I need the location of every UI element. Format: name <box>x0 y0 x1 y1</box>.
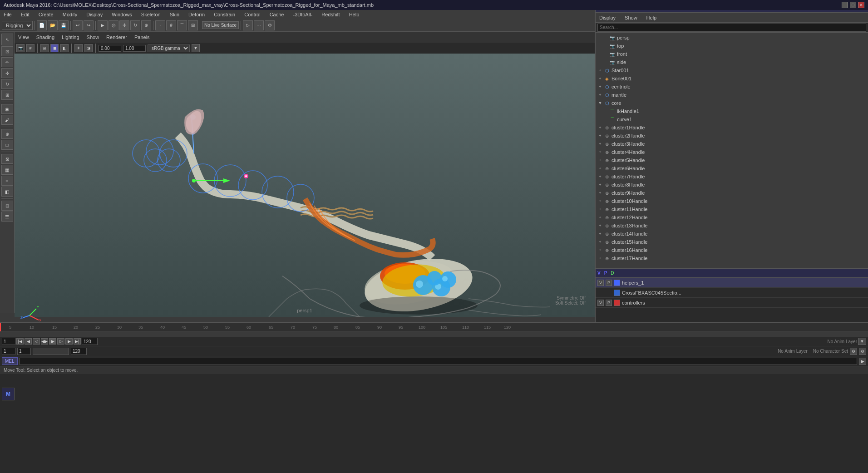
rotate-tool-button[interactable]: ↻ <box>130 20 140 30</box>
tree-item-persp[interactable]: 📷 persp <box>596 34 868 42</box>
mode-dropdown[interactable]: Rigging <box>2 21 33 30</box>
vp-lighting-btn[interactable]: ☀ <box>74 44 83 52</box>
tree-item-cluster8[interactable]: + ⊕ cluster8Handle <box>596 181 868 189</box>
select-tool-button[interactable]: ▶ <box>98 20 108 30</box>
vp-color-settings[interactable]: ▼ <box>192 44 200 52</box>
tree-item-cluster17[interactable]: + ⊕ cluster17Handle <box>596 254 868 262</box>
menu-control[interactable]: Control <box>242 11 262 18</box>
tree-item-cluster7[interactable]: + ⊕ cluster7Handle <box>596 172 868 181</box>
tree-item-front[interactable]: 📷 front <box>596 50 868 58</box>
vp-value2-input[interactable] <box>123 45 146 52</box>
lasso-select[interactable]: ⊡ <box>1 46 13 56</box>
color-space-dropdown[interactable]: sRGB gamma <box>148 44 190 52</box>
vp-menu-panels[interactable]: Panels <box>133 34 152 41</box>
tree-item-ikhandle1[interactable]: ⌒ ikHandle1 <box>596 107 868 115</box>
tree-item-cluster14[interactable]: + ⊕ cluster14Handle <box>596 230 868 238</box>
outliner-btn[interactable]: ☰ <box>1 212 13 222</box>
menu-edit[interactable]: Edit <box>19 11 31 18</box>
vp-menu-view[interactable]: View <box>16 34 31 41</box>
close-button[interactable]: ✕ <box>858 2 864 8</box>
move-tool-button[interactable]: ✛ <box>119 20 129 30</box>
snap-view[interactable]: ⊕ <box>1 129 13 139</box>
outliner-search-input[interactable] <box>597 24 866 32</box>
undo-button[interactable]: ↩ <box>73 20 83 30</box>
attribute-editor[interactable]: ⊟ <box>1 201 13 211</box>
play-forward-button[interactable]: ▶ <box>49 338 56 345</box>
tree-item-cluster9[interactable]: + ⊕ cluster9Handle <box>596 189 868 197</box>
anim-layer-btn[interactable]: ▼ <box>858 338 866 345</box>
tree-item-curve1[interactable]: ⌒ curve1 <box>596 115 868 123</box>
menu-create[interactable]: Create <box>37 11 55 18</box>
tree-item-cluster15[interactable]: + ⊕ cluster15Handle <box>596 238 868 246</box>
menu-skin[interactable]: Skin <box>168 11 181 18</box>
prev-frame-button[interactable]: ◀ <box>25 338 32 345</box>
lasso-tool-button[interactable]: ◎ <box>108 20 118 30</box>
select-tool[interactable]: ↖ <box>1 34 13 45</box>
maximize-button[interactable]: □ <box>850 2 856 8</box>
tree-item-cluster2[interactable]: + ⊕ cluster2Handle <box>596 132 868 140</box>
tree-item-cluster6[interactable]: + ⊕ cluster6Handle <box>596 164 868 172</box>
redo-button[interactable]: ↪ <box>84 20 94 30</box>
timeline-range-bar[interactable] <box>33 348 69 355</box>
tree-item-cluster16[interactable]: + ⊕ cluster16Handle <box>596 246 868 254</box>
quick-layout[interactable]: ▦ <box>1 165 13 175</box>
layer-v-btn[interactable]: V <box>597 280 604 286</box>
char-set-btn[interactable]: ⚙ <box>850 348 857 355</box>
outliner-tree[interactable]: 📷 persp 📷 top 📷 front 📷 side + ⬡ Star001… <box>596 33 868 296</box>
layer-color-controllers[interactable] <box>614 300 620 306</box>
menu-help[interactable]: Help <box>347 11 361 18</box>
shaded-btn[interactable]: ◼ <box>50 44 59 52</box>
menu-deform[interactable]: Deform <box>187 11 207 18</box>
timeline-track-area[interactable] <box>0 331 868 337</box>
layer-row-controllers[interactable]: V P controllers <box>596 298 868 308</box>
snap-view-button[interactable]: ⊞ <box>188 20 198 30</box>
layer-row-helpers[interactable]: V P helpers_1 <box>596 278 868 288</box>
menu-cache[interactable]: Cache <box>268 11 286 18</box>
layer-p-btn[interactable]: P <box>606 280 612 286</box>
tree-item-cluster3[interactable]: + ⊕ cluster3Handle <box>596 140 868 148</box>
paint-select[interactable]: ✏ <box>1 57 13 67</box>
new-scene-button[interactable]: 📄 <box>37 20 47 30</box>
menu-redshift[interactable]: Redshift <box>320 11 341 18</box>
menu-windows[interactable]: Windows <box>110 11 134 18</box>
outliner-help-menu[interactable]: Help <box>645 14 659 21</box>
tree-item-cluster12[interactable]: + ⊕ cluster12Handle <box>596 213 868 222</box>
outliner-show-menu[interactable]: Show <box>623 14 639 21</box>
outliner-display-menu[interactable]: Display <box>597 14 617 21</box>
playhead[interactable] <box>0 323 1 331</box>
open-scene-button[interactable]: 📂 <box>48 20 58 30</box>
snap-grid-button[interactable]: # <box>166 20 176 30</box>
range-end-input[interactable] <box>71 348 87 355</box>
scale-tool[interactable]: ⊞ <box>1 90 13 100</box>
rotate-tool[interactable]: ↻ <box>1 79 13 89</box>
menu-skeleton[interactable]: Skeleton <box>139 11 163 18</box>
start-frame-input[interactable] <box>2 338 15 345</box>
vp-menu-shading[interactable]: Shading <box>35 34 56 41</box>
tree-item-cluster10[interactable]: + ⊕ cluster10Handle <box>596 197 868 205</box>
menu-modify[interactable]: Modify <box>61 11 79 18</box>
layer-color-swatch[interactable] <box>614 280 620 286</box>
prev-key-button[interactable]: ◁ <box>33 338 40 345</box>
sculpt-tool[interactable]: 🖌 <box>1 115 13 125</box>
ipr-button[interactable]: ⋯ <box>254 20 264 30</box>
tree-item-cluster1[interactable]: + ⊕ cluster1Handle <box>596 123 868 132</box>
channel-box[interactable]: ≡ <box>1 176 13 186</box>
snap-point-button[interactable]: · <box>155 20 165 30</box>
snap-curve-button[interactable]: ⌒ <box>177 20 187 30</box>
current-frame-input[interactable] <box>2 348 15 355</box>
go-start-button[interactable]: |◀ <box>16 338 24 345</box>
render-settings-button[interactable]: ⚙ <box>265 20 275 30</box>
go-end-button[interactable]: ▶| <box>74 338 81 345</box>
menu-file[interactable]: File <box>2 11 14 18</box>
shaded-wire-btn[interactable]: ◧ <box>60 44 69 52</box>
tree-item-bone001[interactable]: + ◈ Bone001 <box>596 74 868 83</box>
tree-item-star001[interactable]: + ⬡ Star001 <box>596 66 868 74</box>
vp-shadow-btn[interactable]: ◑ <box>84 44 93 52</box>
move-tool[interactable]: ✛ <box>1 68 13 78</box>
vp-menu-show[interactable]: Show <box>85 34 101 41</box>
minimize-button[interactable]: _ <box>842 2 848 8</box>
tree-item-mantle[interactable]: + ⬡ mantle <box>596 91 868 99</box>
menu-display[interactable]: Display <box>84 11 104 18</box>
layer-row-cross[interactable]: CrossFBXASC045Sectio... <box>596 288 868 298</box>
render-region[interactable]: □ <box>1 140 13 150</box>
